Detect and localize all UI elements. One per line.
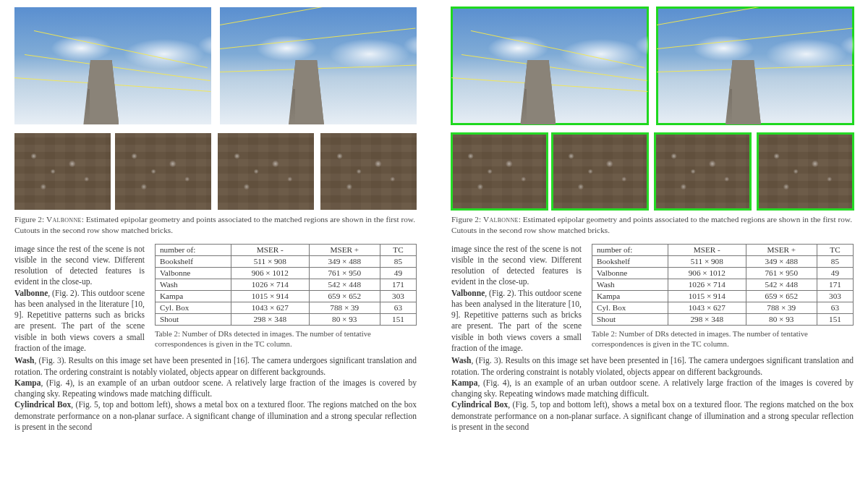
caption-scene-name: Valbonne [483, 215, 519, 224]
figure-caption: Figure 2: Valbonne: Estimated epipolar g… [451, 214, 854, 237]
fig-tile-sky-left-annotated [451, 7, 648, 124]
epipolar-line-icon [657, 65, 854, 73]
table-wrap: number of: MSER - MSER + TC Bookshelf511… [592, 244, 854, 354]
kampa-t: , (Fig. 4), is an example of an urban ou… [14, 378, 417, 398]
left-column-text: image since the rest of the scene is not… [451, 244, 582, 354]
epipolar-line-icon [220, 27, 416, 48]
wash-b: Wash [451, 356, 472, 365]
para-valbonne-b: Valbonne [451, 289, 485, 297]
table-row: Kampa1015 × 914659 × 652303 [156, 290, 417, 302]
fig-tile-wall-4-annotated [757, 133, 854, 210]
th-number: number of: [156, 244, 231, 255]
para-valbonne-tail: , (Fig. 2). This outdoor scene has been … [451, 289, 582, 352]
cyl-t: , (Fig. 5, top and bottom left), shows a… [14, 400, 417, 431]
table-row: Shout298 × 34880 × 93151 [592, 313, 854, 325]
epipolar-line-icon [657, 7, 851, 25]
th-tc: TC [380, 244, 416, 255]
kampa-t: , (Fig. 4), is an example of an urban ou… [451, 378, 854, 398]
fig-tile-wall-1 [14, 133, 111, 210]
left-panel: Figure 2: Valbonne: Estimated epipolar g… [14, 7, 417, 477]
table-row: Valbonne906 × 1012761 × 95049 [592, 267, 854, 279]
table-row: Wash1026 × 714542 × 448171 [156, 279, 417, 290]
caption-label: Figure 2: [14, 215, 44, 224]
cyl-t: , (Fig. 5, top and bottom left), shows a… [451, 400, 854, 431]
body-row: image since the rest of the scene is not… [451, 244, 854, 354]
table-caption-text: Number of DRs detected in images. The nu… [155, 329, 371, 348]
figure-caption: Figure 2: Valbonne: Estimated epipolar g… [14, 214, 417, 237]
dr-table: number of: MSER - MSER + TC Bookshelf511… [592, 244, 854, 326]
para-valbonne-tail: , (Fig. 2). This outdoor scene has been … [14, 289, 145, 352]
caption-scene-name: Valbonne [46, 215, 82, 224]
para-intro: image since the rest of the scene is not… [451, 245, 582, 286]
para-intro: image since the rest of the scene is not… [14, 245, 145, 286]
epipolar-line-icon [34, 30, 208, 68]
wash-b: Wash [14, 356, 35, 365]
fig-tile-wall-2 [115, 133, 211, 210]
fig-tile-wall-3-annotated [655, 133, 751, 210]
right-panel: Figure 2: Valbonne: Estimated epipolar g… [451, 7, 854, 477]
fig-tile-wall-2-annotated [552, 133, 648, 210]
table-row: Wash1026 × 714542 × 448171 [592, 279, 854, 290]
table-header-row: number of: MSER - MSER + TC [156, 244, 417, 255]
th-tc: TC [817, 244, 853, 255]
table-row: Shout298 × 34880 × 93151 [156, 313, 417, 325]
table-row: Bookshelf511 × 908349 × 48885 [592, 255, 854, 267]
th-mser-minus: MSER - [231, 244, 309, 255]
dr-table: number of: MSER - MSER + TC Bookshelf511… [155, 244, 417, 326]
th-mser-plus: MSER + [309, 244, 380, 255]
th-mser-minus: MSER - [668, 244, 746, 255]
para-valbonne-b: Valbonne [14, 289, 48, 297]
fig-tile-wall-1-annotated [451, 133, 548, 210]
caption-label: Figure 2: [451, 215, 481, 224]
table-row: Kampa1015 × 914659 × 652303 [592, 290, 854, 302]
full-width-text: Wash, (Fig. 3). Results on this image se… [14, 355, 417, 433]
figure-right [451, 7, 854, 210]
th-number: number of: [592, 244, 668, 255]
th-mser-plus: MSER + [746, 244, 817, 255]
left-column-text: image since the rest of the scene is not… [14, 244, 145, 354]
table-header-row: number of: MSER - MSER + TC [592, 244, 854, 255]
body-row: image since the rest of the scene is not… [14, 244, 417, 354]
table-row: Bookshelf511 × 908349 × 48885 [156, 255, 417, 267]
table-caption: Table 2: Number of DRs detected in image… [592, 328, 854, 349]
table-caption-label: Table 2: [155, 329, 180, 338]
table-caption: Table 2: Number of DRs detected in image… [155, 328, 417, 349]
epipolar-line-icon [220, 65, 417, 73]
fig-tile-sky-right-annotated [657, 7, 854, 124]
figure-left [14, 7, 417, 210]
fig-tile-sky-right [220, 7, 417, 124]
kampa-b: Kampa [14, 378, 41, 387]
epipolar-line-icon [220, 7, 414, 25]
fig-tile-wall-4 [320, 133, 417, 210]
comparison-canvas: Figure 2: Valbonne: Estimated epipolar g… [0, 0, 868, 484]
cyl-b: Cylindrical Box [451, 400, 508, 409]
cyl-b: Cylindrical Box [14, 400, 71, 409]
epipolar-line-icon [451, 77, 648, 92]
table-row: Cyl. Box1043 × 627788 × 3963 [156, 302, 417, 313]
fig-tile-sky-left [14, 7, 211, 124]
full-width-text: Wash, (Fig. 3). Results on this image se… [451, 355, 854, 433]
epipolar-line-icon [14, 77, 211, 92]
epipolar-line-icon [461, 54, 647, 81]
epipolar-line-icon [471, 30, 644, 68]
table-wrap: number of: MSER - MSER + TC Bookshelf511… [155, 244, 417, 354]
table-caption-label: Table 2: [592, 329, 617, 338]
table-row: Valbonne906 × 1012761 × 95049 [156, 267, 417, 279]
table-caption-text: Number of DRs detected in images. The nu… [592, 329, 808, 348]
kampa-b: Kampa [451, 378, 477, 387]
wash-t: , (Fig. 3). Results on this image set ha… [451, 356, 854, 375]
fig-tile-wall-3 [218, 133, 314, 210]
epipolar-line-icon [25, 54, 210, 81]
epipolar-line-icon [657, 27, 853, 48]
table-row: Cyl. Box1043 × 627788 × 3963 [592, 302, 854, 313]
wash-t: , (Fig. 3). Results on this image set ha… [14, 356, 417, 375]
